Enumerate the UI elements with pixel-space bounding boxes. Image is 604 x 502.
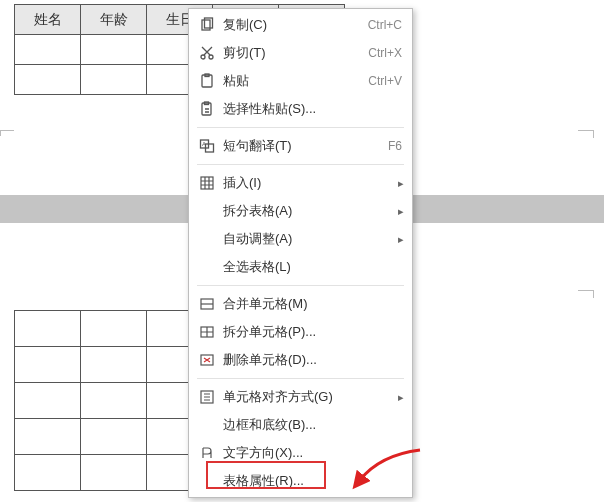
insert-table-icon: [197, 175, 217, 191]
cut-icon: [197, 45, 217, 61]
table-cell[interactable]: [15, 455, 81, 491]
svg-point-2: [201, 55, 205, 59]
context-menu: 复制(C) Ctrl+C 剪切(T) Ctrl+X 粘贴 Ctrl+V 选择性粘…: [188, 8, 413, 498]
menu-item-select-table[interactable]: 全选表格(L): [189, 253, 412, 281]
menu-label: 删除单元格(D)...: [217, 351, 402, 369]
table-cell[interactable]: [81, 311, 147, 347]
delete-cells-icon: [197, 352, 217, 368]
menu-item-paste[interactable]: 粘贴 Ctrl+V: [189, 67, 412, 95]
cell-align-icon: [197, 389, 217, 405]
menu-item-split-table[interactable]: 拆分表格(A): [189, 197, 412, 225]
menu-item-split-cells[interactable]: 拆分单元格(P)...: [189, 318, 412, 346]
menu-label: 短句翻译(T): [217, 137, 388, 155]
table-cell[interactable]: [15, 383, 81, 419]
menu-shortcut: F6: [388, 139, 402, 153]
menu-label: 插入(I): [217, 174, 402, 192]
svg-text:A: A: [202, 141, 206, 147]
menu-label: 粘贴: [217, 72, 368, 90]
menu-label: 单元格对齐方式(G): [217, 388, 402, 406]
table-cell[interactable]: [81, 35, 147, 65]
table-cell[interactable]: [81, 65, 147, 95]
menu-item-insert[interactable]: 插入(I): [189, 169, 412, 197]
table-cell[interactable]: [15, 347, 81, 383]
menu-item-delete-cells[interactable]: 删除单元格(D)...: [189, 346, 412, 374]
menu-label: 边框和底纹(B)...: [217, 416, 402, 434]
copy-icon: [197, 17, 217, 33]
menu-item-autofit[interactable]: 自动调整(A): [189, 225, 412, 253]
table-cell[interactable]: [81, 383, 147, 419]
page-margin-marker: [0, 130, 14, 136]
menu-item-merge-cells[interactable]: 合并单元格(M): [189, 290, 412, 318]
menu-item-paste-special[interactable]: 选择性粘贴(S)...: [189, 95, 412, 123]
menu-label: 拆分单元格(P)...: [217, 323, 402, 341]
page-margin-marker: [578, 130, 594, 138]
menu-label: 自动调整(A): [217, 230, 402, 248]
merge-cells-icon: [197, 296, 217, 312]
table-cell[interactable]: [81, 347, 147, 383]
table-cell[interactable]: [81, 419, 147, 455]
split-cells-icon: [197, 324, 217, 340]
col-header[interactable]: 年龄: [81, 5, 147, 35]
menu-item-cut[interactable]: 剪切(T) Ctrl+X: [189, 39, 412, 67]
menu-label: 表格属性(R)...: [217, 472, 402, 490]
table-cell[interactable]: [15, 35, 81, 65]
svg-point-3: [209, 55, 213, 59]
menu-label: 合并单元格(M): [217, 295, 402, 313]
table-cell[interactable]: [81, 455, 147, 491]
paste-special-icon: [197, 101, 217, 117]
menu-shortcut: Ctrl+X: [368, 46, 402, 60]
table-cell[interactable]: [15, 65, 81, 95]
menu-separator: [197, 164, 404, 165]
menu-item-text-direction[interactable]: 文字方向(X)...: [189, 439, 412, 467]
menu-label: 全选表格(L): [217, 258, 402, 276]
menu-label: 复制(C): [217, 16, 368, 34]
table-cell[interactable]: [15, 419, 81, 455]
menu-shortcut: Ctrl+V: [368, 74, 402, 88]
menu-separator: [197, 378, 404, 379]
menu-label: 剪切(T): [217, 44, 368, 62]
menu-shortcut: Ctrl+C: [368, 18, 402, 32]
svg-rect-11: [201, 177, 213, 189]
page-margin-marker: [578, 290, 594, 298]
menu-separator: [197, 285, 404, 286]
col-header[interactable]: 姓名: [15, 5, 81, 35]
menu-item-cell-align[interactable]: 单元格对齐方式(G): [189, 383, 412, 411]
table-cell[interactable]: [15, 311, 81, 347]
menu-label: 文字方向(X)...: [217, 444, 402, 462]
menu-item-translate[interactable]: A 短句翻译(T) F6: [189, 132, 412, 160]
menu-item-borders[interactable]: 边框和底纹(B)...: [189, 411, 412, 439]
menu-item-copy[interactable]: 复制(C) Ctrl+C: [189, 11, 412, 39]
menu-separator: [197, 127, 404, 128]
menu-label: 拆分表格(A): [217, 202, 402, 220]
menu-label: 选择性粘贴(S)...: [217, 100, 402, 118]
text-direction-icon: [197, 445, 217, 461]
translate-icon: A: [197, 138, 217, 154]
menu-item-table-properties[interactable]: 表格属性(R)...: [189, 467, 412, 495]
paste-icon: [197, 73, 217, 89]
